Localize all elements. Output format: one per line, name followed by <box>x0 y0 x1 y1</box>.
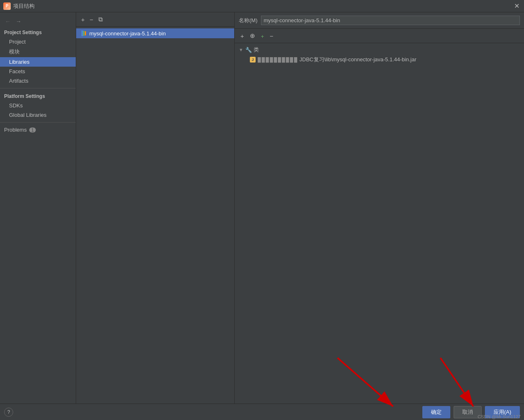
name-input[interactable] <box>261 16 520 25</box>
library-tree: ▼ 🔧 类 J ██████████ JDBC复习\lib\mysql-conn… <box>235 43 524 404</box>
back-button[interactable]: ← <box>3 17 12 26</box>
sidebar-item-facets[interactable]: Facets <box>0 67 76 76</box>
name-row: 名称(M) <box>235 12 524 29</box>
right-panel: 名称(M) + ⊕ + − ▼ 🔧 类 J <box>235 12 524 404</box>
add-library-button[interactable]: + <box>79 15 86 24</box>
sidebar-item-modules[interactable]: 模块 <box>0 46 76 57</box>
add-class-button[interactable]: + <box>239 32 246 40</box>
sidebar: ← → Project Settings Project 模块 Librarie… <box>0 12 76 404</box>
title-bar: P 项目结构 ✕ <box>0 0 524 12</box>
add-more-icon: + <box>261 33 264 39</box>
tree-jar-row[interactable]: J ██████████ JDBC复习\lib\mysql-connector-… <box>235 55 524 65</box>
wrench-icon: 🔧 <box>245 46 252 53</box>
library-name: mysql-connector-java-5.1.44-bin <box>89 30 166 37</box>
remove-library-button[interactable]: − <box>88 15 95 24</box>
sidebar-item-project[interactable]: Project <box>0 37 76 46</box>
help-button[interactable]: ? <box>4 408 13 417</box>
jar-icon: J <box>249 56 256 63</box>
sidebar-item-global-libraries[interactable]: Global Libraries <box>0 110 76 120</box>
sidebar-item-libraries[interactable]: Libraries <box>0 57 76 67</box>
tree-root-row[interactable]: ▼ 🔧 类 <box>235 45 524 55</box>
right-toolbar: + ⊕ + − <box>235 29 524 43</box>
problems-badge: 1 <box>29 128 36 132</box>
sidebar-divider-2 <box>0 122 76 123</box>
forward-button[interactable]: → <box>14 17 23 26</box>
sidebar-item-sdks[interactable]: SDKs <box>0 101 76 110</box>
problems-row[interactable]: Problems 1 <box>0 125 76 135</box>
sidebar-item-artifacts[interactable]: Artifacts <box>0 76 76 86</box>
app-icon: P <box>3 2 11 10</box>
copy-library-button[interactable]: ⧉ <box>97 15 105 24</box>
add-more-button[interactable]: + <box>259 32 266 40</box>
confirm-button[interactable]: 确定 <box>422 406 450 418</box>
blurred-prefix: ██████████ <box>258 57 298 62</box>
library-bar-icon <box>80 30 87 37</box>
middle-toolbar: + − ⧉ <box>76 12 234 27</box>
platform-settings-label: Platform Settings <box>0 91 76 101</box>
add-special-button[interactable]: ⊕ <box>248 31 257 40</box>
tree-expand-icon: ▼ <box>239 47 245 52</box>
title-bar-left: P 项目结构 <box>3 2 35 10</box>
bottom-bar: ? 确定 取消 应用(A) CSDN @Mr.Sun1127 <box>0 404 524 420</box>
jar-path-text: ██████████ JDBC复习\lib\mysql-connector-ja… <box>258 56 417 63</box>
tree-root-label: 类 <box>254 46 259 53</box>
main-layout: ← → Project Settings Project 模块 Librarie… <box>0 12 524 404</box>
jar-path-suffix: JDBC复习\lib\mysql-connector-java-5.1.44-b… <box>300 56 417 63</box>
close-button[interactable]: ✕ <box>512 2 521 10</box>
sidebar-divider <box>0 88 76 88</box>
middle-panel: + − ⧉ mysql-connector-java-5.1.44-bin <box>76 12 235 404</box>
remove-entry-button[interactable]: − <box>268 32 275 40</box>
add-special-icon: ⊕ <box>250 32 255 39</box>
window-title: 项目结构 <box>13 2 35 10</box>
library-list: mysql-connector-java-5.1.44-bin <box>76 27 234 404</box>
project-settings-label: Project Settings <box>0 27 76 37</box>
library-item[interactable]: mysql-connector-java-5.1.44-bin <box>76 28 234 38</box>
watermark-text: CSDN @Mr.Sun1127 <box>477 414 521 419</box>
sidebar-nav-row: ← → <box>0 16 76 27</box>
name-field-label: 名称(M) <box>239 17 258 24</box>
